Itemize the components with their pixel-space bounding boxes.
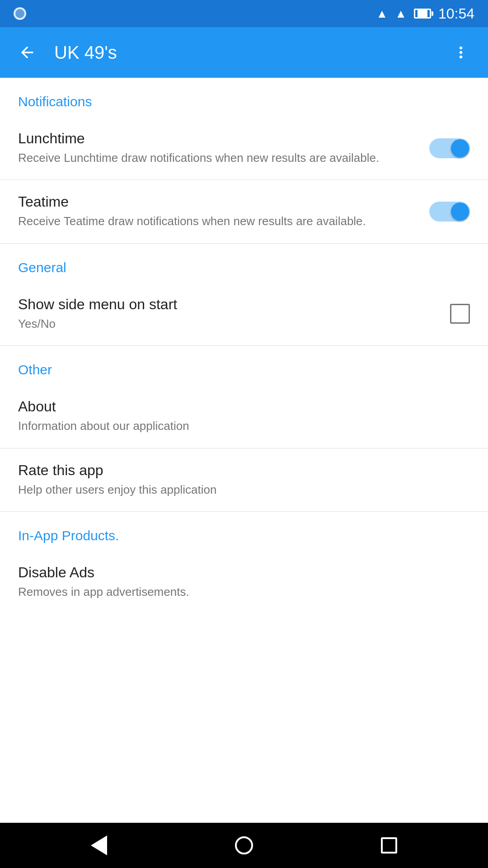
teatime-toggle-thumb (451, 203, 469, 221)
nav-back-icon (91, 835, 107, 855)
status-bar: 10:54 (0, 0, 488, 27)
section-header-notifications: Notifications (0, 78, 488, 117)
settings-content: Notifications Lunchtime Receive Lunchtim… (0, 78, 488, 823)
lunchtime-toggle-thumb (451, 139, 469, 157)
lunchtime-setting[interactable]: Lunchtime Receive Lunchtime draw notific… (0, 117, 488, 180)
rate-app-setting[interactable]: Rate this app Help other users enjoy thi… (0, 448, 488, 512)
about-text: About Information about our application (18, 398, 470, 434)
teatime-text: Teatime Receive Teatime draw notificatio… (18, 193, 429, 229)
app-title: UK 49's (54, 42, 434, 63)
battery-fill (418, 10, 427, 17)
teatime-desc: Receive Teatime draw notifications when … (18, 213, 429, 229)
lunchtime-text: Lunchtime Receive Lunchtime draw notific… (18, 130, 429, 166)
more-options-button[interactable] (447, 39, 474, 66)
status-indicator (14, 7, 26, 20)
nav-bar (0, 823, 488, 868)
about-setting[interactable]: About Information about our application (0, 385, 488, 448)
wifi-icon (376, 6, 388, 21)
nav-home-button[interactable] (230, 832, 258, 859)
nav-recents-button[interactable] (376, 833, 402, 858)
status-bar-left (14, 7, 26, 20)
show-side-menu-desc: Yes/No (18, 316, 450, 332)
teatime-setting[interactable]: Teatime Receive Teatime draw notificatio… (0, 180, 488, 243)
nav-recents-icon (381, 837, 397, 854)
section-header-in-app-products: In-App Products. (0, 512, 488, 551)
show-side-menu-text: Show side menu on start Yes/No (18, 296, 450, 332)
show-side-menu-setting[interactable]: Show side menu on start Yes/No (0, 283, 488, 346)
show-side-menu-title: Show side menu on start (18, 296, 450, 313)
lunchtime-desc: Receive Lunchtime draw notifications whe… (18, 150, 429, 166)
status-time: 10:54 (438, 5, 474, 22)
teatime-toggle[interactable] (429, 202, 470, 222)
section-header-general: General (0, 244, 488, 283)
section-header-other: Other (0, 346, 488, 385)
disable-ads-desc: Removes in app advertisements. (18, 584, 470, 600)
signal-icon (395, 6, 407, 21)
app-bar: UK 49's (0, 27, 488, 78)
teatime-title: Teatime (18, 193, 429, 210)
rate-app-desc: Help other users enjoy this application (18, 481, 470, 498)
disable-ads-title: Disable Ads (18, 564, 470, 581)
rate-app-title: Rate this app (18, 462, 470, 479)
rate-app-text: Rate this app Help other users enjoy thi… (18, 462, 470, 498)
about-desc: Information about our application (18, 418, 470, 434)
back-button[interactable] (14, 39, 41, 66)
lunchtime-toggle[interactable] (429, 138, 470, 158)
nav-back-button[interactable] (86, 831, 112, 860)
nav-home-icon (235, 836, 253, 854)
disable-ads-setting[interactable]: Disable Ads Removes in app advertisement… (0, 551, 488, 613)
status-bar-right: 10:54 (376, 5, 474, 22)
disable-ads-text: Disable Ads Removes in app advertisement… (18, 564, 470, 600)
lunchtime-title: Lunchtime (18, 130, 429, 147)
show-side-menu-checkbox[interactable] (450, 304, 470, 324)
battery-icon (414, 9, 431, 19)
about-title: About (18, 398, 470, 415)
